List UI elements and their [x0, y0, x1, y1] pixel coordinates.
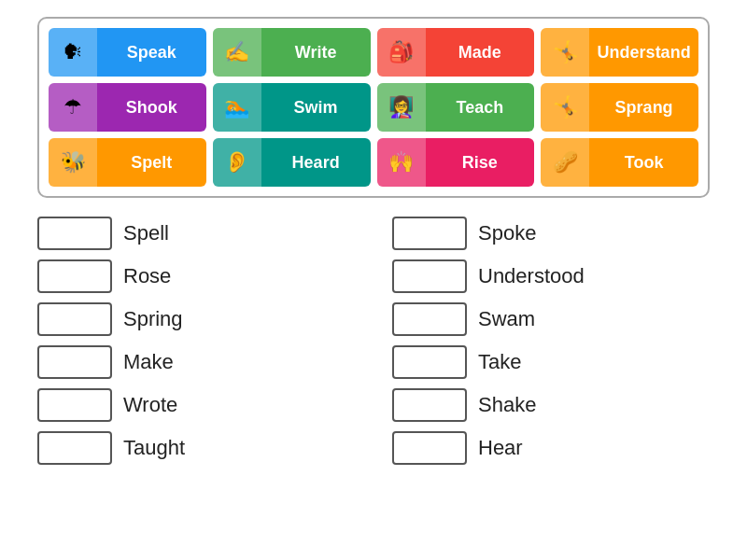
- tile-swim[interactable]: 🏊 Swim: [213, 83, 371, 132]
- tile-label-understand: Understand: [589, 43, 698, 63]
- drop-box-rose[interactable]: [37, 259, 112, 293]
- word-bank: 🗣 Speak ✍ Write 🎒 Made 🤸 Understand ☂ Sh…: [37, 17, 710, 198]
- tile-took[interactable]: 🥜 Took: [541, 138, 698, 187]
- match-row-left-0: Spell: [37, 217, 355, 250]
- match-label-wrote: Wrote: [123, 393, 177, 417]
- tile-image-took: 🥜: [541, 138, 589, 187]
- match-row-right-4: Shake: [392, 388, 710, 422]
- match-label-swam: Swam: [478, 307, 535, 331]
- tile-image-shook: ☂: [49, 83, 97, 132]
- match-row-right-3: Take: [392, 345, 710, 379]
- match-row-right-2: Swam: [392, 302, 710, 336]
- tile-understand[interactable]: 🤸 Understand: [541, 28, 698, 77]
- tile-label-heard: Heard: [261, 153, 371, 173]
- tile-shook[interactable]: ☂ Shook: [49, 83, 206, 132]
- match-row-left-4: Wrote: [37, 388, 355, 422]
- drop-box-take[interactable]: [392, 345, 467, 379]
- exercise-grid: Spell Spoke Rose Understood Spring Swam …: [37, 217, 710, 465]
- tile-label-sprang: Sprang: [589, 98, 698, 118]
- drop-box-understood[interactable]: [392, 259, 467, 293]
- tile-label-write: Write: [261, 43, 371, 63]
- drop-box-spell[interactable]: [37, 217, 112, 250]
- tile-image-understand: 🤸: [541, 28, 589, 77]
- match-label-make: Make: [123, 350, 174, 374]
- tile-made[interactable]: 🎒 Made: [377, 28, 535, 77]
- match-label-spring: Spring: [123, 307, 183, 331]
- tile-image-speak: 🗣: [49, 28, 97, 77]
- drop-box-spoke[interactable]: [392, 217, 467, 250]
- tile-label-shook: Shook: [97, 98, 206, 118]
- tile-label-speak: Speak: [97, 43, 206, 63]
- drop-box-shake[interactable]: [392, 388, 467, 422]
- match-label-spell: Spell: [123, 221, 169, 245]
- drop-box-make[interactable]: [37, 345, 112, 379]
- tile-teach[interactable]: 👩‍🏫 Teach: [377, 83, 535, 132]
- tile-image-spelt: 🐝: [49, 138, 97, 187]
- tile-spelt[interactable]: 🐝 Spelt: [49, 138, 206, 187]
- match-label-understood: Understood: [478, 264, 585, 288]
- match-row-left-1: Rose: [37, 259, 355, 293]
- match-row-left-2: Spring: [37, 302, 355, 336]
- drop-box-hear[interactable]: [392, 431, 467, 465]
- tile-rise[interactable]: 🙌 Rise: [377, 138, 535, 187]
- drop-box-swam[interactable]: [392, 302, 467, 336]
- match-label-take: Take: [478, 350, 521, 374]
- tile-label-spelt: Spelt: [97, 153, 206, 173]
- match-label-rose: Rose: [123, 264, 171, 288]
- tile-label-took: Took: [589, 153, 698, 173]
- tile-image-rise: 🙌: [377, 138, 426, 187]
- tile-label-made: Made: [426, 43, 535, 63]
- match-row-right-5: Hear: [392, 431, 710, 465]
- tile-image-made: 🎒: [377, 28, 426, 77]
- match-label-shake: Shake: [478, 393, 536, 417]
- match-label-taught: Taught: [123, 436, 185, 460]
- tile-write[interactable]: ✍ Write: [213, 28, 371, 77]
- tile-image-write: ✍: [213, 28, 261, 77]
- tile-image-teach: 👩‍🏫: [377, 83, 426, 132]
- tile-label-swim: Swim: [261, 98, 371, 118]
- tile-image-heard: 👂: [213, 138, 261, 187]
- drop-box-taught[interactable]: [37, 431, 112, 465]
- tile-image-sprang: 🤸: [541, 83, 589, 132]
- tile-image-swim: 🏊: [213, 83, 261, 132]
- tile-label-teach: Teach: [426, 98, 535, 118]
- match-row-left-5: Taught: [37, 431, 355, 465]
- match-row-right-0: Spoke: [392, 217, 710, 250]
- tile-sprang[interactable]: 🤸 Sprang: [541, 83, 698, 132]
- drop-box-wrote[interactable]: [37, 388, 112, 422]
- match-label-spoke: Spoke: [478, 221, 536, 245]
- match-row-left-3: Make: [37, 345, 355, 379]
- match-row-right-1: Understood: [392, 259, 710, 293]
- match-label-hear: Hear: [478, 436, 523, 460]
- drop-box-spring[interactable]: [37, 302, 112, 336]
- tile-speak[interactable]: 🗣 Speak: [49, 28, 206, 77]
- tile-label-rise: Rise: [426, 153, 535, 173]
- tile-heard[interactable]: 👂 Heard: [213, 138, 371, 187]
